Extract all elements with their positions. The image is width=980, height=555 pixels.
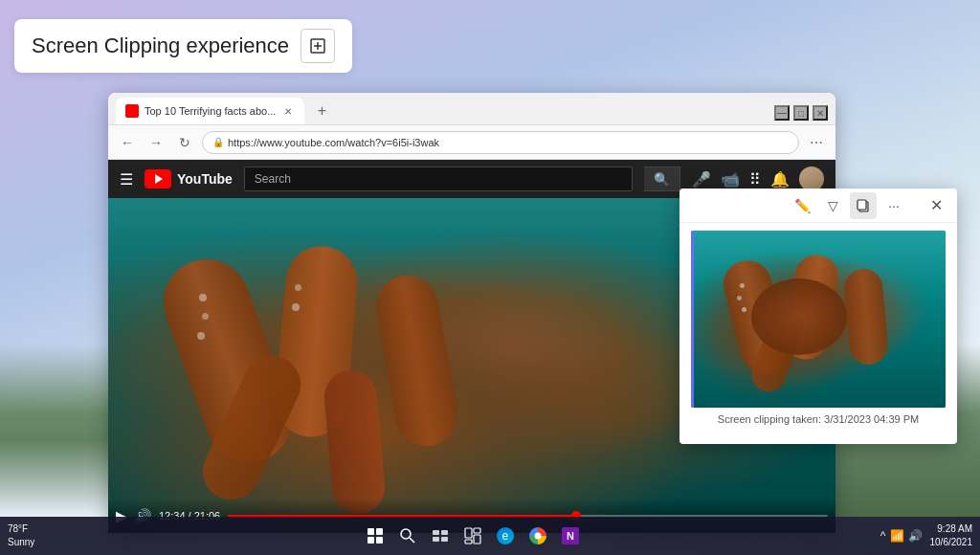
svg-rect-11	[474, 535, 480, 544]
yt-logo-text: YouTube	[177, 171, 233, 187]
yt-apps-icon[interactable]: ⠿	[749, 170, 761, 189]
windows-start-button[interactable]	[362, 522, 389, 549]
clock-time: 9:28 AM	[930, 522, 973, 536]
edge-icon: e	[497, 527, 514, 544]
thumb-tentacle-3	[843, 267, 890, 366]
new-tab-button[interactable]: +	[308, 98, 335, 124]
close-button[interactable]: ✕	[813, 105, 828, 121]
popup-close-button[interactable]: ✕	[923, 192, 949, 219]
svg-rect-12	[465, 540, 472, 544]
yt-search-placeholder: Search	[255, 172, 291, 186]
copy-tool-button[interactable]	[850, 192, 877, 219]
taskbar-weather: 78°F Sunny	[8, 522, 65, 549]
thumb-sucker-3	[742, 307, 746, 312]
tentacle-3	[371, 271, 462, 452]
thumb-sucker-2	[737, 296, 742, 300]
page-title: Screen Clipping experience	[32, 33, 289, 58]
thumb-sucker-1	[740, 283, 745, 288]
url-bar[interactable]: 🔒 https://www.youtube.com/watch?v=6i5i-i…	[202, 131, 799, 154]
lock-icon: 🔒	[212, 137, 224, 147]
wifi-icon[interactable]: 📶	[890, 529, 904, 543]
yt-bell-icon[interactable]: 🔔	[770, 170, 790, 189]
clipped-image	[691, 231, 946, 408]
browser-tab-active[interactable]: Top 10 Terrifying facts abo... ✕	[116, 98, 304, 124]
thumbnail-background	[694, 231, 946, 408]
url-text: https://www.youtube.com/watch?v=6i5i-i3w…	[228, 137, 439, 148]
taskbar-search-button[interactable]	[394, 522, 421, 549]
window-controls: ─ □ ✕	[774, 105, 828, 124]
yt-mic-icon[interactable]: 🎤	[692, 170, 711, 189]
forward-button[interactable]: →	[145, 135, 167, 150]
yt-logo-icon	[145, 169, 171, 189]
title-area: Screen Clipping experience	[14, 19, 352, 73]
onenote-button[interactable]: N	[557, 522, 584, 549]
taskbar: 78°F Sunny	[0, 517, 980, 555]
popup-toolbar: ✏️ ▽ ··· ✕	[679, 189, 957, 223]
svg-rect-7	[433, 537, 439, 542]
search-icon	[399, 527, 416, 544]
sucker-4	[295, 284, 301, 291]
screen-clipping-popup: ✏️ ▽ ··· ✕	[679, 189, 957, 444]
chevron-up-icon[interactable]: ^	[880, 529, 886, 543]
svg-rect-10	[474, 528, 480, 533]
chrome-icon	[529, 527, 546, 544]
svg-line-4	[410, 538, 414, 543]
tab-favicon	[125, 104, 139, 118]
thumb-body	[751, 278, 847, 355]
screen-clip-icon-button[interactable]	[301, 29, 335, 63]
screen-clip-icon	[309, 37, 326, 55]
volume-icon[interactable]: 🔊	[908, 529, 923, 543]
sucker-2	[202, 313, 209, 320]
copy-icon	[856, 198, 871, 213]
youtube-logo: YouTube	[145, 169, 233, 189]
svg-rect-9	[465, 528, 472, 538]
tab-title: Top 10 Terrifying facts abo...	[145, 105, 276, 117]
sucker-5	[292, 303, 300, 311]
chrome-button[interactable]	[524, 522, 551, 549]
maximize-button[interactable]: □	[793, 105, 809, 121]
yt-upload-icon[interactable]: 📹	[721, 170, 740, 189]
weather-desc: Sunny	[8, 536, 65, 549]
widgets-button[interactable]	[459, 522, 486, 549]
taskbar-clock[interactable]: 9:28 AM 10/6/2021	[930, 522, 973, 549]
yt-play-triangle	[155, 174, 163, 184]
weather-temp: 78°F	[8, 522, 65, 536]
taskbar-center-icons: e N	[65, 522, 880, 549]
taskview-icon	[432, 527, 449, 544]
system-tray: ^ 📶 🔊	[880, 529, 923, 543]
yt-search-bar[interactable]: Search	[244, 166, 633, 191]
tentacle-5	[323, 368, 388, 516]
more-options-popup-button[interactable]: ···	[880, 192, 907, 219]
tab-bar: Top 10 Terrifying facts abo... ✕ + ─ □ ✕	[108, 93, 835, 125]
windows-logo-icon	[368, 528, 383, 544]
svg-rect-8	[441, 537, 448, 542]
back-button[interactable]: ←	[116, 135, 139, 150]
filter-tool-button[interactable]: ▽	[819, 192, 846, 219]
taskbar-right: ^ 📶 🔊 9:28 AM 10/6/2021	[880, 522, 972, 549]
address-bar: ← → ↻ 🔒 https://www.youtube.com/watch?v=…	[108, 125, 835, 160]
widgets-icon	[464, 527, 481, 544]
clock-date: 10/6/2021	[930, 536, 973, 549]
popup-image-container: Screen clipping taken: 3/31/2023 04:39 P…	[679, 223, 957, 433]
taskview-button[interactable]	[427, 522, 454, 549]
svg-rect-6	[441, 530, 448, 535]
more-options-button[interactable]: ⋯	[805, 135, 828, 150]
tab-close-button[interactable]: ✕	[281, 106, 295, 117]
svg-point-3	[401, 529, 411, 539]
minimize-button[interactable]: ─	[774, 105, 790, 121]
yt-search-button[interactable]: 🔍	[644, 166, 680, 191]
sucker-1	[199, 294, 207, 301]
pen-tool-button[interactable]: ✏️	[789, 192, 815, 219]
sucker-3	[197, 332, 205, 340]
svg-rect-5	[433, 530, 439, 535]
edge-browser-button[interactable]: e	[492, 522, 519, 549]
svg-rect-2	[858, 200, 866, 210]
yt-menu-icon[interactable]: ☰	[120, 170, 133, 189]
refresh-button[interactable]: ↻	[173, 135, 196, 150]
clipping-timestamp: Screen clipping taken: 3/31/2023 04:39 P…	[691, 413, 946, 425]
onenote-icon: N	[562, 527, 579, 544]
